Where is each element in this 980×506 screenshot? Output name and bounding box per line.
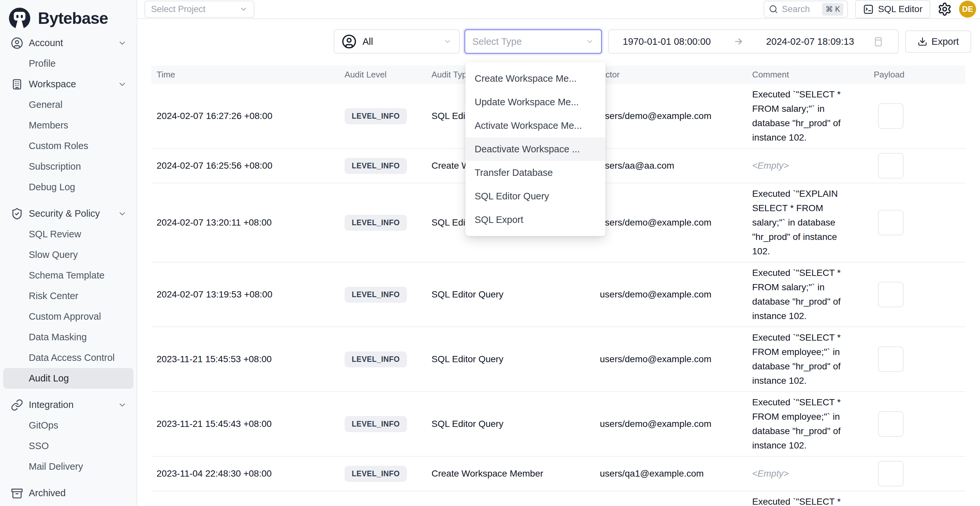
sidebar-section-label: Archived: [29, 488, 66, 498]
payload-button[interactable]: [878, 153, 904, 178]
sidebar-section-account[interactable]: Account: [0, 33, 137, 53]
sidebar-item-audit-log[interactable]: Audit Log: [3, 368, 134, 389]
payload-button[interactable]: [878, 210, 904, 235]
cell-actor: users/demo@example.com: [598, 111, 749, 121]
sidebar-item-profile[interactable]: Profile: [3, 53, 134, 74]
date-range-picker[interactable]: 1970-01-01 08:00:00 2024-02-07 18:09:13: [608, 29, 899, 54]
cell-payload: [862, 411, 965, 437]
sidebar-item-risk-center[interactable]: Risk Center: [3, 286, 134, 306]
menu-item-create-workspace-me[interactable]: Create Workspace Me...: [466, 67, 605, 90]
menu-item-update-workspace-me[interactable]: Update Workspace Me...: [466, 90, 605, 114]
cell-time: 2024-02-07 16:27:26 +08:00: [151, 111, 339, 121]
sidebar-item-slow-query[interactable]: Slow Query: [3, 245, 134, 265]
column-header-comment: Comment: [749, 70, 862, 80]
sidebar-item-custom-roles[interactable]: Custom Roles: [3, 136, 134, 156]
cell-actor: users/demo@example.com: [598, 289, 749, 300]
menu-item-activate-workspace-me[interactable]: Activate Workspace Me...: [466, 114, 605, 137]
settings-gear-icon[interactable]: [937, 2, 952, 16]
payload-button[interactable]: [878, 103, 904, 129]
menu-item-sql-export[interactable]: SQL Export: [466, 208, 605, 231]
sidebar-item-debug-log[interactable]: Debug Log: [3, 177, 134, 197]
cell-comment: Executed `"SELECT * FROM salary;"` in da…: [749, 263, 862, 326]
sidebar-item-data-access-control[interactable]: Data Access Control: [3, 347, 134, 368]
project-select-placeholder: Select Project: [151, 4, 205, 14]
level-badge: LEVEL_INFO: [345, 466, 407, 482]
type-filter-select[interactable]: Select Type: [465, 29, 602, 54]
sidebar-item-mail-delivery[interactable]: Mail Delivery: [3, 456, 134, 477]
sidebar-item-custom-approval[interactable]: Custom Approval: [3, 306, 134, 327]
bytebase-logo-icon: [8, 7, 31, 29]
sidebar-item-members[interactable]: Members: [3, 115, 134, 136]
export-button[interactable]: Export: [905, 30, 971, 53]
sidebar-item-sso[interactable]: SSO: [3, 436, 134, 456]
level-badge: LEVEL_INFO: [345, 108, 407, 124]
payload-button[interactable]: [878, 282, 904, 307]
date-to: 2024-02-07 18:09:13: [766, 36, 854, 47]
shield-check-icon: [11, 208, 23, 220]
level-badge: LEVEL_INFO: [345, 286, 407, 303]
sidebar-item-subscription[interactable]: Subscription: [3, 156, 134, 177]
cell-audit-level: LEVEL_INFO: [339, 466, 427, 482]
menu-item-transfer-database[interactable]: Transfer Database: [466, 161, 605, 185]
brand-logo[interactable]: Bytebase: [0, 0, 137, 33]
sidebar-section-label: Security & Policy: [29, 208, 100, 219]
sidebar-item-data-masking[interactable]: Data Masking: [3, 327, 134, 347]
menu-item-sql-editor-query[interactable]: SQL Editor Query: [466, 185, 605, 208]
menu-item-deactivate-workspace[interactable]: Deactivate Workspace ...: [466, 137, 605, 161]
cell-time: 2023-11-21 15:45:53 +08:00: [151, 354, 339, 364]
cell-time: 2024-02-07 13:19:53 +08:00: [151, 289, 339, 300]
cell-audit-level: LEVEL_INFO: [339, 108, 427, 124]
cell-audit-level: LEVEL_INFO: [339, 286, 427, 303]
cell-payload: [862, 103, 965, 129]
search-icon: [769, 5, 778, 14]
sidebar: Bytebase AccountProfileWorkspaceGeneralM…: [0, 0, 137, 506]
project-select[interactable]: Select Project: [145, 1, 254, 18]
actor-filter-select[interactable]: All: [334, 29, 460, 54]
search-shortcut-badge: ⌘ K: [822, 3, 843, 16]
type-dropdown-menu: Create Workspace Me...Update Workspace M…: [466, 62, 605, 236]
payload-button[interactable]: [878, 461, 904, 486]
cell-comment: Executed `"SELECT * FROM employee;"` in …: [749, 392, 862, 456]
cell-comment: Executed `"SELECT * FROM employee;"` in …: [749, 327, 862, 391]
cell-audit-level: LEVEL_INFO: [339, 215, 427, 231]
cell-comment: Executed `"EXPLAIN SELECT * FROM salary;…: [749, 183, 862, 262]
cell-actor: users/qa1@example.com: [598, 468, 749, 479]
level-badge: LEVEL_INFO: [345, 352, 407, 368]
cell-audit-type: SQL Editor Query: [427, 289, 598, 300]
sidebar-section-label: Account: [29, 38, 63, 48]
sidebar-section-workspace[interactable]: Workspace: [0, 74, 137, 94]
user-avatar[interactable]: DE: [959, 1, 976, 18]
arrow-right-icon: [733, 36, 744, 47]
column-header-actor: Actor: [598, 70, 749, 80]
cell-comment: Executed `"SELECT * FROM salary;"` in da…: [749, 84, 862, 148]
chevron-down-icon: [118, 209, 127, 218]
sidebar-item-general[interactable]: General: [3, 94, 134, 115]
date-from: 1970-01-01 08:00:00: [623, 36, 711, 47]
sidebar-section-security-policy[interactable]: Security & Policy: [0, 203, 137, 224]
file-search-icon: [884, 467, 897, 480]
chevron-down-icon: [443, 37, 452, 46]
cell-payload: [862, 210, 965, 235]
sidebar-section-archived[interactable]: Archived: [0, 483, 137, 503]
sidebar-section-label: Workspace: [29, 79, 76, 89]
sidebar-item-schema-template[interactable]: Schema Template: [3, 265, 134, 286]
level-badge: LEVEL_INFO: [345, 215, 407, 231]
building-icon: [11, 78, 23, 91]
table-row: 2023-11-04 22:48:30 +08:00 LEVEL_INFO Cr…: [151, 457, 965, 491]
cell-audit-type: Create Workspace Member: [427, 468, 598, 479]
cell-audit-type: SQL Editor Query: [427, 419, 598, 429]
chevron-down-icon: [585, 37, 594, 46]
payload-button[interactable]: [878, 347, 904, 372]
cell-actor: users/demo@example.com: [598, 354, 749, 364]
sidebar-item-sql-review[interactable]: SQL Review: [3, 224, 134, 245]
file-search-icon: [884, 110, 897, 123]
file-search-icon: [884, 216, 897, 229]
user-circle-icon: [11, 37, 23, 49]
sql-editor-button[interactable]: SQL Editor: [855, 0, 930, 18]
sidebar-section-integration[interactable]: Integration: [0, 395, 137, 415]
search-input[interactable]: Search ⌘ K: [764, 1, 848, 18]
file-search-icon: [884, 353, 897, 366]
sidebar-item-gitops[interactable]: GitOps: [3, 415, 134, 436]
payload-button[interactable]: [878, 411, 904, 437]
level-badge: LEVEL_INFO: [345, 158, 407, 174]
